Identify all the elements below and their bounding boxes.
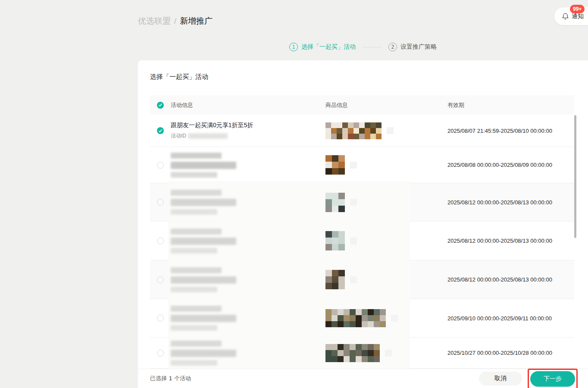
breadcrumb-parent-link[interactable]: 优选联盟: [138, 16, 171, 25]
row-radio[interactable]: [157, 238, 164, 244]
check-icon: [158, 103, 163, 107]
activity-table: 活动信息 商品信息 有效期 跟朋友一起买满0元享1折至5折活动ID2025/08…: [150, 95, 574, 369]
product-thumbnail-blurred: [325, 309, 386, 327]
more-products-box: [350, 162, 357, 169]
step-1-label: 选择「一起买」活动: [301, 43, 356, 51]
table-row[interactable]: 2025/08/08 00:00:00-2025/08/09 00:00:00: [150, 147, 574, 183]
more-products-box: [387, 127, 394, 134]
cancel-button[interactable]: 取消: [479, 372, 522, 385]
redacted-text-block: [171, 228, 222, 235]
validity-text: 2025/08/08 00:00:00-2025/08/09 00:00:00: [447, 162, 574, 168]
notification-button[interactable]: 通知 99+: [554, 7, 588, 25]
validity-text: 2025/08/12 00:00:00-2025/08/13 00:00:00: [447, 238, 574, 244]
redacted-text-block: [171, 238, 236, 245]
annotation-highlight: 下一步: [528, 369, 578, 388]
redacted-text-block: [171, 287, 217, 292]
redacted-text-block: [171, 360, 217, 366]
page-title: 新增推广: [180, 16, 213, 25]
product-thumbnail-blurred: [325, 155, 345, 175]
check-icon: [158, 129, 163, 133]
product-thumbnail-blurred: [325, 193, 345, 212]
row-radio[interactable]: [157, 315, 164, 322]
column-header-product: 商品信息: [325, 101, 447, 109]
selected-count: 1: [169, 375, 172, 382]
redacted-text-block: [171, 276, 236, 284]
activity-table-body: 跟朋友一起买满0元享1折至5折活动ID2025/08/07 21:45:59-2…: [150, 115, 574, 369]
column-header-validity: 有效期: [447, 101, 574, 109]
redacted-text-block: [171, 199, 236, 206]
row-radio[interactable]: [157, 199, 164, 206]
redacted-text-block: [171, 341, 222, 347]
table-row[interactable]: 2025/09/10 00:00:00-2025/09/11 00:00:00: [150, 299, 574, 338]
product-thumbnail-blurred: [325, 122, 382, 139]
redacted-text-block: [171, 209, 217, 215]
activity-title: 跟朋友一起买满0元享1折至5折: [171, 122, 325, 129]
breadcrumb-separator: /: [174, 16, 176, 25]
next-step-button[interactable]: 下一步: [530, 371, 575, 387]
redacted-text-block: [171, 325, 217, 331]
row-radio[interactable]: [157, 276, 164, 283]
redacted-text-block: [171, 172, 217, 178]
more-products-box: [350, 199, 357, 206]
column-header-activity: 活动信息: [171, 101, 325, 109]
product-thumbnail-blurred: [325, 344, 380, 362]
breadcrumb: 优选联盟/新增推广: [138, 16, 213, 27]
validity-text: 2025/08/07 21:45:59-2025/08/10 00:00:00: [447, 128, 574, 134]
product-thumbnail-blurred: [325, 270, 345, 289]
more-products-box: [385, 350, 392, 357]
notification-label: 通知: [572, 13, 584, 20]
table-row[interactable]: 2025/08/12 00:00:00-2025/08/13 00:00:00: [150, 260, 574, 299]
select-all-checkbox[interactable]: [157, 102, 164, 109]
redacted-text-block: [171, 248, 217, 253]
stepper: 1 选择「一起买」活动 2 设置推广策略: [138, 42, 588, 52]
validity-text: 2025/08/12 00:00:00-2025/08/13 00:00:00: [447, 199, 574, 206]
table-row[interactable]: 跟朋友一起买满0元享1折至5折活动ID2025/08/07 21:45:59-2…: [150, 115, 574, 147]
more-products-box: [391, 315, 398, 322]
table-header-row: 活动信息 商品信息 有效期: [150, 95, 574, 115]
stepper-connector: [363, 47, 382, 47]
footer-bar: 已选择1个活动 取消 下一步: [138, 369, 588, 388]
redacted-text-block: [171, 190, 222, 196]
redacted-text-block: [171, 315, 236, 322]
redacted-text-block: [171, 153, 222, 159]
redacted-text-block: [171, 267, 222, 273]
validity-text: 2025/10/27 00:00:00-2025/10/28 00:00:00: [447, 350, 574, 356]
product-thumbnail-blurred: [325, 231, 345, 250]
row-radio[interactable]: [157, 162, 164, 169]
step-2-number: 2: [388, 43, 397, 51]
selection-summary: 已选择1个活动: [150, 375, 191, 382]
more-products-box: [350, 238, 357, 244]
table-scrollbar[interactable]: [574, 115, 576, 238]
table-row[interactable]: 2025/10/27 00:00:00-2025/10/28 00:00:00: [150, 338, 574, 369]
row-checkbox-checked[interactable]: [157, 127, 164, 134]
more-products-box: [350, 276, 357, 283]
redacted-text-block: [171, 162, 236, 169]
step-1-select-activity[interactable]: 1 选择「一起买」活动: [289, 43, 356, 51]
redacted-text-block: [171, 350, 236, 357]
page: 优选联盟/新增推广 通知 99+ 1 选择「一起买」活动 2 设置推广策略 选择…: [0, 0, 588, 388]
bell-icon: [562, 13, 569, 20]
redacted-text-block: [171, 306, 222, 312]
table-row[interactable]: 2025/08/12 00:00:00-2025/08/13 00:00:00: [150, 183, 574, 222]
validity-text: 2025/09/10 00:00:00-2025/09/11 00:00:00: [447, 315, 574, 322]
redacted-text-block: [188, 133, 228, 139]
step-1-number: 1: [289, 43, 298, 51]
row-radio[interactable]: [157, 350, 164, 357]
panel-title: 选择「一起买」活动: [150, 73, 208, 81]
activity-id-label: 活动ID: [171, 132, 186, 140]
validity-text: 2025/08/12 00:00:00-2025/08/13 00:00:00: [447, 276, 574, 283]
step-2-set-strategy[interactable]: 2 设置推广策略: [388, 43, 437, 51]
main-panel: 选择「一起买」活动 活动信息 商品信息 有效期 跟朋友一起买满0元享1折至5折活…: [138, 60, 588, 388]
step-2-label: 设置推广策略: [400, 43, 437, 51]
notification-badge: 99+: [570, 5, 585, 13]
table-row[interactable]: 2025/08/12 00:00:00-2025/08/13 00:00:00: [150, 222, 574, 260]
